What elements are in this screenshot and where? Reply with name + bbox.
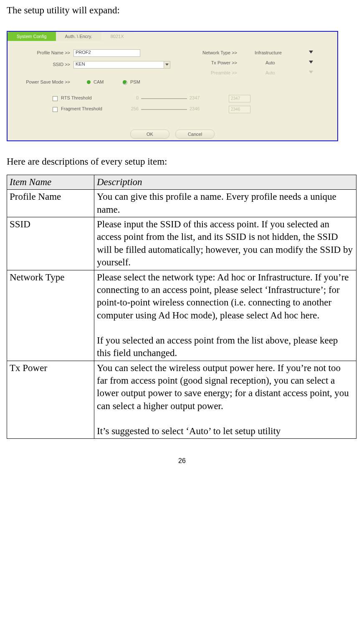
page-number: 26 bbox=[7, 457, 357, 465]
th-description: Description bbox=[94, 175, 356, 190]
cell-item-name: Profile Name bbox=[7, 190, 94, 217]
preamble-dropdown-icon bbox=[309, 71, 313, 74]
label-ssid: SSID >> bbox=[8, 62, 70, 67]
value-tx-power: Auto bbox=[265, 60, 275, 65]
input-profile-name[interactable]: PROF2 bbox=[73, 49, 140, 57]
radio-psm-dot bbox=[123, 80, 126, 84]
rts-slider[interactable] bbox=[141, 98, 187, 99]
subintro-text: Here are descriptions of every setup ite… bbox=[7, 156, 357, 167]
intro-text: The setup utility will expand: bbox=[7, 5, 357, 16]
frag-max: 2346 bbox=[190, 106, 206, 111]
tx-power-dropdown-icon[interactable] bbox=[309, 61, 313, 64]
value-preamble: Auto bbox=[265, 70, 275, 75]
dialog-button-bar: OK Cancel bbox=[8, 128, 337, 140]
tab-system-config[interactable]: System Config bbox=[8, 32, 56, 41]
frag-value-box[interactable]: 2346 bbox=[229, 106, 250, 113]
radio-cam-label: CAM bbox=[94, 79, 104, 84]
rts-max: 2347 bbox=[190, 95, 206, 100]
input-ssid[interactable]: KEN bbox=[73, 61, 164, 69]
label-preamble: Preamble >> bbox=[174, 70, 237, 75]
description-table: Item Name Description Profile Name You c… bbox=[7, 175, 356, 439]
table-row: SSID Please input the SSID of this acces… bbox=[7, 217, 356, 270]
value-network-type: Infrastructure bbox=[255, 50, 282, 55]
cell-description: You can give this profile a name. Every … bbox=[94, 190, 356, 217]
th-item-name: Item Name bbox=[7, 175, 94, 190]
label-tx-power: Tx Power >> bbox=[174, 60, 237, 65]
tab-8021x: 8021X bbox=[101, 32, 133, 41]
label-fragment: Fragment Threshold bbox=[61, 106, 119, 111]
ok-button[interactable]: OK bbox=[130, 130, 169, 139]
radio-psm-label: PSM bbox=[130, 79, 140, 84]
table-row: Profile Name You can give this profile a… bbox=[7, 190, 356, 217]
config-tabs: System Config Auth. \ Encry. 8021X bbox=[8, 32, 337, 41]
ssid-dropdown-icon[interactable] bbox=[164, 61, 170, 69]
label-profile-name: Profile Name >> bbox=[8, 50, 70, 55]
network-type-dropdown-icon[interactable] bbox=[309, 51, 313, 53]
tab-auth-encry[interactable]: Auth. \ Encry. bbox=[56, 32, 101, 41]
label-rts: RTS Threshold bbox=[61, 95, 111, 100]
cell-description: Please input the SSID of this access poi… bbox=[94, 217, 356, 270]
rts-min: 0 bbox=[129, 95, 139, 100]
rts-value-box[interactable]: 2347 bbox=[229, 95, 250, 102]
cell-item-name: SSID bbox=[7, 217, 94, 270]
frag-min: 256 bbox=[129, 106, 139, 111]
label-network-type: Network Type >> bbox=[174, 50, 237, 55]
cell-item-name: Tx Power bbox=[7, 361, 94, 439]
cell-item-name: Network Type bbox=[7, 270, 94, 361]
cancel-button[interactable]: Cancel bbox=[175, 130, 215, 139]
label-power-save: Power Save Mode >> bbox=[8, 79, 70, 84]
cell-description: Please select the network type: Ad hoc o… bbox=[94, 270, 356, 361]
table-row: Tx Power You can select the wireless out… bbox=[7, 361, 356, 439]
checkbox-rts[interactable] bbox=[53, 96, 58, 101]
checkbox-fragment[interactable] bbox=[53, 107, 58, 112]
setup-utility-screenshot: System Config Auth. \ Encry. 8021X Profi… bbox=[7, 31, 338, 141]
cell-description: You can select the wireless output power… bbox=[94, 361, 356, 439]
frag-slider[interactable] bbox=[141, 109, 187, 110]
table-row: Network Type Please select the network t… bbox=[7, 270, 356, 361]
radio-cam[interactable] bbox=[87, 80, 91, 84]
